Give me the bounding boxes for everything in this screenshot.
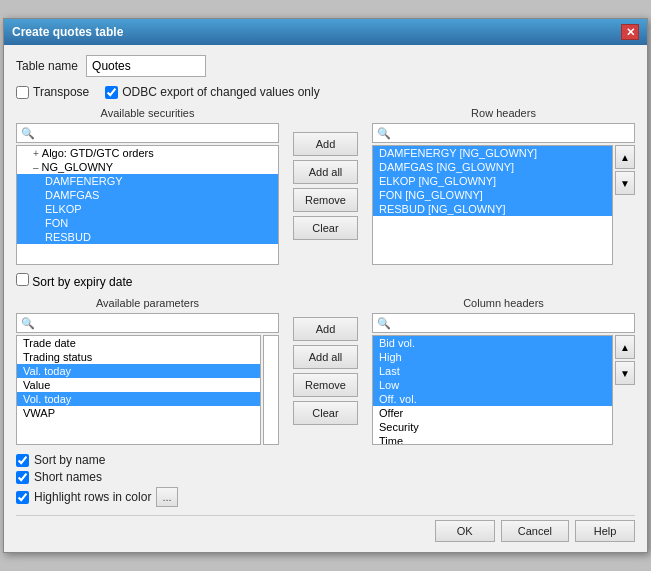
column-headers-with-scroll: Bid vol. High Last Low Off. vol. Offer S…: [372, 335, 635, 445]
available-params-with-scroll: Trade date Trading status Val. today Val…: [16, 335, 279, 445]
sec-add-button[interactable]: Add: [293, 132, 358, 156]
table-name-input[interactable]: [86, 55, 206, 77]
row-headers-list: DAMFENERGY [NG_GLOWNY] DAMFGAS [NG_GLOWN…: [372, 145, 613, 265]
highlight-rows-label[interactable]: Highlight rows in color: [16, 490, 151, 504]
list-item[interactable]: +Algo: GTD/GTC orders: [17, 146, 278, 160]
short-names-checkbox[interactable]: [16, 471, 29, 484]
parameters-buttons: Add Add all Remove Clear: [289, 297, 362, 445]
param-clear-button[interactable]: Clear: [293, 401, 358, 425]
list-item[interactable]: Offer: [373, 406, 612, 420]
highlight-rows-checkbox[interactable]: [16, 491, 29, 504]
search-icon: 🔍: [21, 317, 35, 330]
available-securities-title: Available securities: [16, 107, 279, 119]
search-icon: 🔍: [377, 127, 391, 140]
sec-clear-button[interactable]: Clear: [293, 216, 358, 240]
list-item[interactable]: Bid vol.: [373, 336, 612, 350]
sort-name-checkbox[interactable]: [16, 454, 29, 467]
transpose-checkbox[interactable]: [16, 86, 29, 99]
available-securities-list: +Algo: GTD/GTC orders –NG_GLOWNY DAMFENE…: [16, 145, 279, 265]
footer-buttons: OK Cancel Help: [16, 515, 635, 542]
list-item[interactable]: DAMFENERGY [NG_GLOWNY]: [373, 146, 612, 160]
sort-expiry-checkbox[interactable]: [16, 273, 29, 286]
securities-buttons: Add Add all Remove Clear: [289, 107, 362, 265]
available-parameters-list: Trade date Trading status Val. today Val…: [16, 335, 261, 445]
column-headers-panel: Column headers 🔍 Bid vol. High Last Low …: [372, 297, 635, 445]
sort-expiry-row: Sort by expiry date: [16, 273, 635, 289]
list-item[interactable]: –NG_GLOWNY: [17, 160, 278, 174]
list-item[interactable]: Val. today: [17, 364, 260, 378]
available-securities-panel: Available securities 🔍 +Algo: GTD/GTC or…: [16, 107, 279, 265]
list-item[interactable]: Time: [373, 434, 612, 445]
column-headers-search-input[interactable]: [394, 317, 630, 329]
list-item[interactable]: Value: [17, 378, 260, 392]
list-item[interactable]: DAMFGAS [NG_GLOWNY]: [373, 160, 612, 174]
search-icon: 🔍: [21, 127, 35, 140]
list-item[interactable]: Off. vol.: [373, 392, 612, 406]
param-add-button[interactable]: Add: [293, 317, 358, 341]
cancel-button[interactable]: Cancel: [501, 520, 569, 542]
column-headers-down-button[interactable]: ▼: [615, 361, 635, 385]
list-item[interactable]: Security: [373, 420, 612, 434]
list-item[interactable]: Trade date: [17, 336, 260, 350]
ok-button[interactable]: OK: [435, 520, 495, 542]
column-headers-title: Column headers: [372, 297, 635, 309]
list-item[interactable]: DAMFGAS: [17, 188, 278, 202]
available-securities-search-input[interactable]: [38, 127, 274, 139]
sort-expiry-label[interactable]: Sort by expiry date: [16, 273, 132, 289]
param-add-all-button[interactable]: Add all: [293, 345, 358, 369]
row-headers-search[interactable]: 🔍: [372, 123, 635, 143]
row-headers-down-button[interactable]: ▼: [615, 171, 635, 195]
row-headers-search-input[interactable]: [394, 127, 630, 139]
row-headers-title: Row headers: [372, 107, 635, 119]
list-item[interactable]: High: [373, 350, 612, 364]
row-headers-scroll-buttons: ▲ ▼: [615, 145, 635, 265]
list-item[interactable]: VWAP: [17, 406, 260, 420]
odbc-export-label[interactable]: ODBC export of changed values only: [105, 85, 319, 99]
window-title: Create quotes table: [12, 25, 123, 39]
close-button[interactable]: ✕: [621, 24, 639, 40]
table-name-label: Table name: [16, 59, 78, 73]
help-button[interactable]: Help: [575, 520, 635, 542]
list-item[interactable]: Trading status: [17, 350, 260, 364]
available-securities-search[interactable]: 🔍: [16, 123, 279, 143]
short-names-label[interactable]: Short names: [16, 470, 635, 484]
row-headers-panel: Row headers 🔍 DAMFENERGY [NG_GLOWNY] DAM…: [372, 107, 635, 265]
list-item[interactable]: ELKOP: [17, 202, 278, 216]
sec-remove-button[interactable]: Remove: [293, 188, 358, 212]
column-headers-search[interactable]: 🔍: [372, 313, 635, 333]
list-item[interactable]: ELKOP [NG_GLOWNY]: [373, 174, 612, 188]
column-headers-up-button[interactable]: ▲: [615, 335, 635, 359]
list-item[interactable]: RESBUD: [17, 230, 278, 244]
sort-name-label[interactable]: Sort by name: [16, 453, 635, 467]
param-remove-button[interactable]: Remove: [293, 373, 358, 397]
row-headers-up-button[interactable]: ▲: [615, 145, 635, 169]
available-parameters-search[interactable]: 🔍: [16, 313, 279, 333]
create-quotes-window: Create quotes table ✕ Table name Transpo…: [3, 18, 648, 553]
transpose-label[interactable]: Transpose: [16, 85, 89, 99]
available-parameters-title: Available parameters: [16, 297, 279, 309]
sec-add-all-button[interactable]: Add all: [293, 160, 358, 184]
bottom-checkboxes: Sort by name Short names Highlight rows …: [16, 453, 635, 507]
column-headers-scroll-buttons: ▲ ▼: [615, 335, 635, 445]
available-parameters-panel: Available parameters 🔍 Trade date Tradin…: [16, 297, 279, 445]
list-item[interactable]: DAMFENERGY: [17, 174, 278, 188]
title-bar: Create quotes table ✕: [4, 19, 647, 45]
list-item[interactable]: Vol. today: [17, 392, 260, 406]
row-headers-with-scroll: DAMFENERGY [NG_GLOWNY] DAMFGAS [NG_GLOWN…: [372, 145, 635, 265]
list-item[interactable]: RESBUD [NG_GLOWNY]: [373, 202, 612, 216]
list-item[interactable]: Low: [373, 378, 612, 392]
list-item[interactable]: FON [NG_GLOWNY]: [373, 188, 612, 202]
list-item[interactable]: Last: [373, 364, 612, 378]
column-headers-list: Bid vol. High Last Low Off. vol. Offer S…: [372, 335, 613, 445]
highlight-config-button[interactable]: ...: [156, 487, 177, 507]
odbc-export-checkbox[interactable]: [105, 86, 118, 99]
list-item[interactable]: FON: [17, 216, 278, 230]
available-parameters-search-input[interactable]: [38, 317, 274, 329]
search-icon: 🔍: [377, 317, 391, 330]
